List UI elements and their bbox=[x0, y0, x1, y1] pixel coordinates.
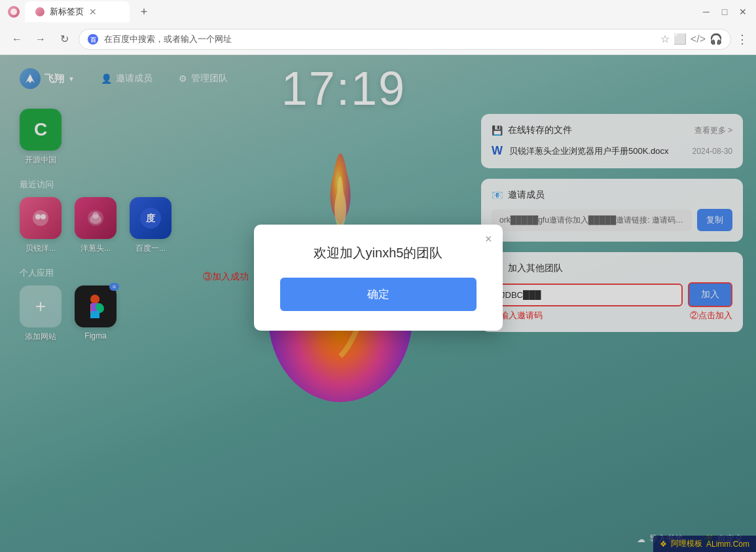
manage-team-link[interactable]: ⚙ 管理团队 bbox=[179, 73, 228, 84]
files-card-title: 💾 在线转存的文件 bbox=[492, 124, 572, 136]
clock-display: 17:19 bbox=[281, 62, 406, 115]
svg-point-6 bbox=[35, 214, 41, 219]
app-label-figma: Figma bbox=[84, 331, 106, 340]
join-card-header: 👥 加入其他团队 bbox=[492, 263, 732, 274]
address-bar: ← → ↻ 百 在百度中搜索，或者输入一个网址 ☆ ⬜ </> 🎧 ⋮ bbox=[0, 24, 756, 55]
address-input-wrap[interactable]: 百 在百度中搜索，或者输入一个网址 ☆ ⬜ </> 🎧 bbox=[79, 29, 731, 50]
bottom-bar: ☁ 导入书签 🧩 自定义 bbox=[0, 526, 756, 552]
back-button[interactable]: ← bbox=[8, 30, 26, 48]
app-label-kaiyuan: 开源中国 bbox=[25, 155, 56, 166]
svg-point-10 bbox=[92, 212, 99, 219]
file-item[interactable]: W 贝锐洋葱头企业浏览器用户手册500K.docx 2024-08-30 bbox=[492, 144, 732, 158]
profile-icon[interactable]: 🎧 bbox=[710, 33, 723, 45]
svg-rect-20 bbox=[91, 311, 99, 318]
app-item-kaiyuan[interactable]: C 开源中国 bbox=[20, 109, 62, 166]
files-title-text: 在线转存的文件 bbox=[508, 124, 572, 136]
add-site-icon: + bbox=[20, 285, 62, 327]
welcome-modal: × 欢迎加入yinxh5的团队 确定 bbox=[254, 225, 503, 331]
brand-icon bbox=[20, 68, 41, 89]
watermark: ❖ 阿哩模板 ALimm.Com bbox=[653, 536, 756, 552]
maximize-button[interactable]: □ bbox=[719, 7, 730, 17]
address-display[interactable]: 在百度中搜索，或者输入一个网址 bbox=[104, 33, 655, 45]
app-icon-beiru bbox=[20, 197, 62, 239]
app-icon-baidu: 度 bbox=[130, 197, 171, 239]
app-icon-onion bbox=[75, 197, 117, 239]
join-card-title-text: 加入其他团队 bbox=[508, 263, 563, 274]
invite-card-title: 📧 邀请成员 bbox=[492, 189, 545, 201]
close-window-button[interactable]: ✕ bbox=[738, 7, 748, 17]
svg-rect-18 bbox=[91, 295, 99, 303]
file-name: 贝锐洋葱头企业浏览器用户手册500K.docx bbox=[509, 145, 686, 157]
refresh-button[interactable]: ↻ bbox=[55, 30, 73, 48]
title-bar: 新标签页 ✕ + ─ □ ✕ bbox=[0, 0, 756, 24]
invite-input-row: ork█████gfu邀请你加入█████邀请链接: 邀请码，在... 复制 bbox=[492, 209, 732, 231]
join-code-input[interactable] bbox=[492, 284, 683, 306]
figma-badge: ≡ bbox=[109, 283, 119, 291]
watermark-prefix: 阿哩模板 bbox=[671, 538, 702, 549]
copy-invite-button[interactable]: 复制 bbox=[697, 209, 732, 231]
invite-label: 邀请成员 bbox=[116, 73, 153, 84]
app-item-add-site[interactable]: + 添加网站 bbox=[20, 285, 62, 342]
app-item-baidu[interactable]: 度 百度一... bbox=[130, 197, 171, 254]
invite-card: 📧 邀请成员 ork█████gfu邀请你加入█████邀请链接: 邀请码，在.… bbox=[481, 179, 743, 242]
main-content: 飞翔 ▼ 👤 邀请成员 ⚙ 管理团队 17:19 C 开源中国 bbox=[0, 55, 756, 552]
join-input-row: 加入 bbox=[492, 282, 732, 307]
tab-favicon bbox=[35, 7, 45, 16]
svg-point-0 bbox=[10, 9, 17, 15]
svg-point-5 bbox=[33, 210, 48, 226]
files-card: 💾 在线转存的文件 查看更多 > W 贝锐洋葱头企业浏览器用户手册500K.do… bbox=[481, 114, 743, 168]
invite-code-display: ork█████gfu邀请你加入█████邀请链接: 邀请码，在... bbox=[492, 210, 692, 231]
browser-tab[interactable]: 新标签页 ✕ bbox=[25, 1, 130, 22]
recent-label: 最近访问 bbox=[20, 179, 406, 191]
word-file-icon: W bbox=[492, 144, 503, 158]
star-icon[interactable]: ☆ bbox=[660, 33, 670, 45]
kaiyuan-logo: C bbox=[34, 119, 47, 140]
svg-text:百: 百 bbox=[90, 37, 97, 43]
annotation-click-join: ②点击加入 bbox=[690, 310, 732, 322]
invite-card-header: 📧 邀请成员 bbox=[492, 189, 732, 201]
forward-button[interactable]: → bbox=[31, 30, 50, 48]
minimize-button[interactable]: ─ bbox=[701, 7, 711, 17]
join-team-button[interactable]: 加入 bbox=[688, 282, 732, 307]
join-team-card: 👥 加入其他团队 加入 ①输入邀请码 ②点击加入 bbox=[481, 252, 743, 332]
tab-title: 新标签页 bbox=[50, 6, 84, 18]
app-item-beiru[interactable]: 贝锐洋... bbox=[20, 197, 62, 254]
browser-logo-icon bbox=[8, 6, 20, 18]
app-item-figma[interactable]: ≡ Figma bbox=[75, 285, 117, 342]
invite-card-title-text: 邀请成员 bbox=[508, 189, 545, 201]
import-icon: ☁ bbox=[637, 534, 645, 544]
watermark-text: ALimm.Com bbox=[706, 540, 749, 549]
address-bar-actions: ☆ ⬜ </> 🎧 bbox=[660, 33, 723, 45]
app-icon-kaiyuan: C bbox=[20, 109, 62, 151]
brand-logo[interactable]: 飞翔 ▼ bbox=[20, 68, 75, 89]
invite-members-link[interactable]: 👤 邀请成员 bbox=[101, 73, 153, 84]
invite-icon: 👤 bbox=[101, 73, 112, 84]
search-engine-icon: 百 bbox=[87, 33, 99, 45]
devtools-icon[interactable]: </> bbox=[691, 33, 706, 45]
manage-label: 管理团队 bbox=[191, 73, 228, 84]
app-label-beiru: 贝锐洋... bbox=[26, 243, 56, 254]
file-date: 2024-08-30 bbox=[693, 147, 732, 156]
app-label-add-site: 添加网站 bbox=[25, 331, 56, 342]
invite-card-icon: 📧 bbox=[492, 190, 503, 200]
modal-title: 欢迎加入yinxh5的团队 bbox=[280, 244, 477, 262]
svg-point-21 bbox=[96, 303, 103, 311]
app-item-onion[interactable]: 洋葱头... bbox=[75, 197, 117, 254]
extensions-icon[interactable]: ⬜ bbox=[674, 33, 687, 45]
manage-icon: ⚙ bbox=[179, 73, 187, 84]
watermark-logo: ❖ bbox=[660, 540, 667, 549]
app-label-onion: 洋葱头... bbox=[81, 243, 111, 254]
modal-confirm-button[interactable]: 确定 bbox=[280, 278, 477, 311]
success-annotation: ③加入成功 bbox=[203, 271, 249, 283]
new-tab-button[interactable]: + bbox=[135, 3, 153, 21]
brand-name: 飞翔 bbox=[45, 73, 64, 85]
svg-text:度: 度 bbox=[145, 213, 156, 223]
pinned-apps-grid: C 开源中国 bbox=[20, 109, 406, 166]
hdd-icon: 💾 bbox=[492, 125, 503, 136]
browser-menu-button[interactable]: ⋮ bbox=[736, 32, 748, 46]
modal-close-button[interactable]: × bbox=[485, 232, 492, 246]
tab-close-button[interactable]: ✕ bbox=[89, 7, 97, 17]
svg-point-7 bbox=[41, 214, 46, 219]
app-icon-figma: ≡ bbox=[75, 285, 117, 327]
files-more-link[interactable]: 查看更多 > bbox=[694, 125, 732, 136]
